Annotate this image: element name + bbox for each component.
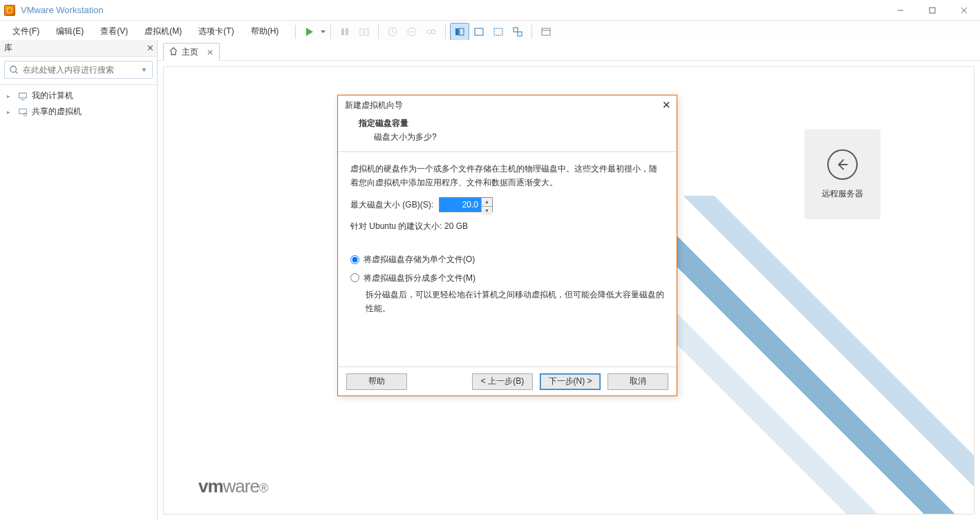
- tree-twisty-icon[interactable]: ▸: [7, 109, 14, 115]
- titlebar: VMware Workstation: [0, 0, 980, 21]
- radio-single-file-label: 将虚拟磁盘存储为单个文件(O): [364, 252, 475, 266]
- snapshot-take-button[interactable]: [383, 23, 402, 41]
- new-vm-wizard-dialog: 新建虚拟机向导 ✕ 指定磁盘容量 磁盘大小为多少? 虚拟机的硬盘作为一个或多个文…: [337, 95, 677, 396]
- remote-server-card[interactable]: 远程服务器: [804, 129, 880, 219]
- library-header: 库 ✕: [0, 40, 157, 57]
- library-title: 库: [4, 42, 12, 54]
- radio-split-file-label: 将虚拟磁盘拆分成多个文件(M): [364, 271, 475, 285]
- dialog-titlebar: 新建虚拟机向导 ✕: [338, 95, 677, 115]
- dialog-close-button[interactable]: ✕: [660, 99, 672, 111]
- tree-node-my-computer[interactable]: ▸ 我的计算机: [4, 88, 153, 104]
- menu-tabs[interactable]: 选项卡(T): [191, 23, 241, 40]
- svg-rect-5: [360, 29, 368, 35]
- screenshot-button[interactable]: [355, 23, 374, 41]
- svg-point-18: [10, 66, 17, 73]
- menu-vm[interactable]: 虚拟机(M): [138, 23, 189, 40]
- library-close-icon[interactable]: ✕: [147, 43, 154, 53]
- svg-rect-14: [494, 28, 502, 35]
- svg-rect-19: [19, 93, 27, 98]
- suspend-button[interactable]: [335, 23, 355, 41]
- view-unity-button[interactable]: [508, 23, 527, 41]
- radio-split-file-input[interactable]: [350, 273, 359, 282]
- remote-server-label: 远程服务器: [822, 188, 863, 200]
- svg-point-9: [427, 30, 431, 34]
- dialog-footer: 帮助 < 上一步(B) 下一步(N) > 取消: [338, 366, 677, 396]
- svg-rect-0: [930, 8, 935, 13]
- svg-point-21: [23, 113, 26, 115]
- tab-label: 主页: [182, 46, 198, 58]
- next-button[interactable]: 下一步(N) >: [540, 373, 601, 390]
- radio-single-file-input[interactable]: [350, 255, 359, 264]
- snapshot-manager-button[interactable]: [422, 23, 441, 41]
- menu-edit[interactable]: 编辑(E): [49, 23, 91, 40]
- svg-rect-13: [475, 28, 483, 35]
- radio-split-description: 拆分磁盘后，可以更轻松地在计算机之间移动虚拟机，但可能会降低大容量磁盘的性能。: [350, 285, 664, 316]
- search-icon: [9, 65, 19, 75]
- svg-point-10: [431, 30, 435, 34]
- library-tree: ▸ 我的计算机 ▸ 共享的虚拟机: [0, 84, 157, 122]
- cancel-button[interactable]: 取消: [607, 373, 668, 390]
- app-icon: [4, 5, 15, 16]
- disk-size-label: 最大磁盘大小 (GB)(S):: [350, 198, 433, 212]
- tab-close-icon[interactable]: ✕: [207, 48, 214, 57]
- window-maximize-button[interactable]: [916, 0, 948, 21]
- svg-point-6: [363, 30, 366, 33]
- home-icon: [169, 47, 178, 57]
- computer-icon: [18, 91, 28, 101]
- window-close-button[interactable]: [948, 0, 980, 21]
- snapshot-revert-button[interactable]: [402, 23, 422, 41]
- connect-server-icon: [827, 149, 858, 180]
- radio-single-file[interactable]: 将虚拟磁盘存储为单个文件(O): [350, 252, 664, 266]
- library-search-input[interactable]: [23, 65, 141, 75]
- menu-help[interactable]: 帮助(H): [244, 23, 286, 40]
- tree-node-label: 我的计算机: [32, 90, 73, 102]
- dialog-body: 虚拟机的硬盘作为一个或多个文件存储在主机的物理磁盘中。这些文件最初很小，随着您向…: [338, 151, 677, 366]
- svg-marker-2: [321, 30, 326, 33]
- dialog-title: 新建虚拟机向导: [345, 100, 403, 111]
- tree-node-shared-vms[interactable]: ▸ 共享的虚拟机: [4, 104, 153, 120]
- library-panel: 库 ✕ ▼ ▸ 我的计算机 ▸ 共享的虚拟机: [0, 40, 158, 520]
- dialog-heading: 指定磁盘容量: [359, 118, 664, 129]
- svg-rect-3: [341, 28, 344, 35]
- power-dropdown[interactable]: [319, 30, 326, 33]
- dialog-header: 指定磁盘容量 磁盘大小为多少?: [338, 115, 677, 151]
- disk-size-spinner[interactable]: ▲ ▼: [439, 197, 493, 212]
- radio-split-file[interactable]: 将虚拟磁盘拆分成多个文件(M): [350, 271, 664, 285]
- content-area: 主页 ✕ vmware® 远程服务器 新建虚拟机向导 ✕: [158, 40, 980, 520]
- tab-home[interactable]: 主页 ✕: [163, 43, 220, 61]
- dialog-description: 虚拟机的硬盘作为一个或多个文件存储在主机的物理磁盘中。这些文件最初很小，随着您向…: [350, 162, 664, 190]
- view-library-button[interactable]: [536, 23, 556, 41]
- power-on-button[interactable]: [300, 23, 319, 41]
- disk-size-input[interactable]: [440, 198, 481, 212]
- home-canvas: vmware® 远程服务器 新建虚拟机向导 ✕ 指定磁盘容量 磁盘大小为多少?: [163, 66, 974, 514]
- view-fullscreen-button[interactable]: [489, 23, 508, 41]
- svg-rect-17: [542, 28, 550, 35]
- view-single-button[interactable]: [469, 23, 489, 41]
- svg-rect-4: [346, 28, 348, 35]
- view-console-button[interactable]: [450, 23, 469, 41]
- disk-recommend-text: 针对 Ubuntu 的建议大小: 20 GB: [350, 219, 664, 233]
- menu-view[interactable]: 查看(V): [93, 23, 135, 40]
- app-title: VMware Workstation: [21, 5, 104, 15]
- shared-icon: [18, 107, 28, 117]
- svg-rect-16: [518, 32, 522, 36]
- svg-marker-1: [306, 28, 313, 36]
- menu-file[interactable]: 文件(F): [6, 23, 46, 40]
- help-button[interactable]: 帮助: [346, 373, 407, 390]
- dialog-subheading: 磁盘大小为多少?: [359, 131, 664, 143]
- vmware-logo: vmware®: [198, 476, 267, 497]
- spinner-down-button[interactable]: ▼: [482, 207, 492, 215]
- tab-strip: 主页 ✕: [158, 40, 980, 61]
- library-search[interactable]: ▼: [4, 61, 153, 79]
- tree-node-label: 共享的虚拟机: [32, 106, 82, 118]
- tree-twisty-icon[interactable]: ▸: [7, 93, 14, 100]
- svg-rect-15: [513, 28, 518, 32]
- spinner-up-button[interactable]: ▲: [482, 198, 492, 207]
- search-dropdown-icon[interactable]: ▼: [141, 66, 148, 73]
- svg-rect-12: [460, 28, 464, 35]
- window-minimize-button[interactable]: [885, 0, 916, 21]
- back-button[interactable]: < 上一步(B): [472, 373, 533, 390]
- svg-rect-11: [455, 28, 459, 35]
